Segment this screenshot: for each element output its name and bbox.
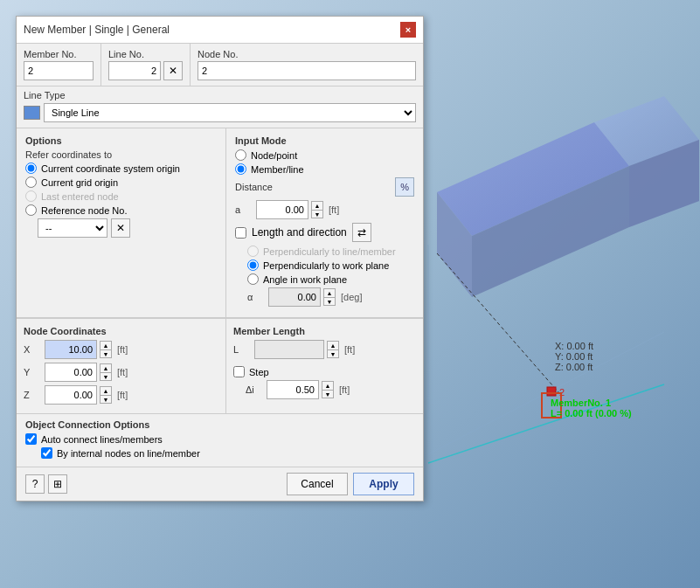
obj-connect-section: Object Connection Options Auto connect l… [17, 414, 423, 467]
alpha-down[interactable]: ▼ [323, 297, 336, 306]
y-up[interactable]: ▲ [100, 363, 112, 372]
dist-a-field-label: a [235, 204, 253, 215]
radio-grid-origin-row: Current grid origin [25, 176, 217, 188]
ref-node-picker-btn[interactable]: ✕ [111, 218, 130, 238]
obj-connect-label: Object Connection Options [25, 419, 414, 430]
node-no-input[interactable] [198, 61, 416, 80]
auto-connect-checkbox[interactable] [25, 433, 37, 445]
dist-a-row: a ▲ ▼ [ft] [235, 200, 414, 219]
l-up[interactable]: ▲ [327, 341, 339, 349]
dialog-footer: ? ⊞ Cancel Apply [17, 467, 423, 501]
radio-node-row: Node/point [235, 149, 414, 161]
radio-ref-node-row: Reference node No. [25, 204, 217, 216]
distance-label: Distance [235, 182, 273, 192]
alpha-row: α ▲ ▼ [deg] [247, 287, 414, 307]
radio-member-line[interactable] [235, 163, 246, 175]
x-spinner: ▲ ▼ [100, 341, 112, 358]
radio-perp-line-label: Perpendicularly to line/member [263, 246, 396, 257]
settings-button[interactable]: ⊞ [48, 474, 67, 494]
line-type-row: Line Type Single Line [17, 86, 423, 128]
node-no-label: Node No. [198, 49, 416, 59]
z-up[interactable]: ▲ [100, 386, 112, 395]
len-dir-section: Length and direction ⇄ Perpendicularly t… [235, 223, 414, 307]
l-input[interactable] [254, 340, 324, 359]
step-section: Step Δi ▲ ▼ [ft] [233, 366, 416, 399]
dist-a-down[interactable]: ▼ [311, 210, 323, 218]
line-type-select[interactable]: Single Line [44, 103, 416, 122]
delta-l-spinner: ▲ ▼ [322, 381, 334, 398]
radio-grid-origin[interactable] [25, 176, 37, 188]
x-input[interactable] [45, 340, 97, 359]
footer-right: Cancel Apply [287, 473, 414, 495]
radio-angle[interactable] [247, 273, 259, 285]
z-label: Z [24, 390, 41, 400]
top-fields-row: Member No. Line No. ✕ Node No. [17, 44, 423, 86]
delta-l-input[interactable] [267, 380, 319, 399]
delta-l-up[interactable]: ▲ [322, 381, 334, 390]
member-label: MemberNo. 1 L= 0.00 ft (0.00 %) [551, 398, 632, 419]
x-up[interactable]: ▲ [100, 341, 112, 349]
step-checkbox[interactable] [233, 366, 245, 377]
radio-perp-line[interactable] [247, 246, 259, 257]
l-spinner: ▲ ▼ [327, 341, 339, 358]
len-dir-header: Length and direction ⇄ [235, 223, 414, 242]
line-no-picker-btn[interactable]: ✕ [163, 61, 183, 80]
close-button[interactable]: × [400, 22, 416, 38]
node-coord-label: Node Coordinates [24, 326, 218, 336]
left-col: Options Refer coordinates to Current coo… [17, 128, 226, 317]
swap-button[interactable]: ⇄ [352, 223, 371, 242]
radio-last-node-label: Last entered node [41, 191, 119, 202]
internal-nodes-checkbox[interactable] [41, 447, 52, 459]
y-spinner: ▲ ▼ [100, 363, 112, 381]
radio-node-point[interactable] [235, 149, 246, 161]
alpha-up[interactable]: ▲ [323, 288, 336, 297]
pct-button[interactable]: % [395, 177, 414, 197]
ref-node-select[interactable]: -- [38, 218, 107, 238]
radio-perp-plane[interactable] [247, 259, 259, 271]
delta-l-label: Δi [246, 384, 263, 395]
y-input[interactable] [45, 363, 97, 382]
x-down[interactable]: ▼ [100, 349, 112, 358]
radio-perp-line-row: Perpendicularly to line/member [247, 246, 414, 257]
member-no-input[interactable] [24, 61, 94, 80]
radio-last-node[interactable] [25, 190, 37, 202]
dist-a-up[interactable]: ▲ [311, 201, 323, 210]
delta-l-down[interactable]: ▼ [322, 390, 334, 398]
radio-ref-node-label: Reference node No. [41, 205, 127, 216]
z-row: Z ▲ ▼ [ft] [24, 385, 218, 405]
dialog-titlebar: New Member | Single | General × [17, 17, 423, 44]
y-row: Y ▲ ▼ [ft] [24, 363, 218, 382]
coord-xyz: X: 0.00 ft Y: 0.00 ft Z: 0.00 ft [555, 341, 593, 372]
help-button[interactable]: ? [25, 474, 45, 494]
y-label: Y [24, 367, 41, 377]
radio-grid-origin-label: Current grid origin [41, 177, 118, 188]
cancel-button[interactable]: Cancel [287, 473, 348, 495]
l-row: L ▲ ▼ [ft] [233, 340, 416, 359]
alpha-spinner: ▲ ▼ [323, 288, 336, 306]
y-down[interactable]: ▼ [100, 372, 112, 381]
internal-nodes-row: By internal nodes on line/member [41, 447, 414, 459]
radio-coord-origin[interactable] [25, 163, 37, 174]
dialog: New Member | Single | General × Member N… [16, 16, 424, 502]
l-unit: [ft] [344, 344, 355, 355]
apply-button[interactable]: Apply [353, 473, 414, 495]
line-no-input[interactable] [108, 61, 161, 80]
member-no-label: MemberNo. 1 [551, 398, 632, 408]
step-check-row: Step [233, 366, 416, 377]
x-label: X [24, 344, 41, 355]
ref-node-row: -- ✕ [38, 218, 217, 238]
radio-perp-plane-label: Perpendicularly to work plane [263, 260, 389, 271]
z-down[interactable]: ▼ [100, 395, 112, 404]
dialog-title: New Member | Single | General [24, 24, 170, 36]
len-dir-checkbox[interactable] [235, 227, 246, 239]
z-input[interactable] [45, 385, 97, 405]
radio-ref-node[interactable] [25, 204, 37, 216]
auto-connect-row: Auto connect lines/members [25, 433, 414, 445]
dist-a-input[interactable] [256, 200, 308, 219]
line-color-box [24, 106, 40, 120]
auto-connect-label: Auto connect lines/members [41, 434, 163, 445]
line-type-label: Line Type [24, 90, 416, 100]
l-down[interactable]: ▼ [327, 349, 339, 358]
alpha-input[interactable] [268, 287, 321, 307]
radio-member-row: Member/line [235, 163, 414, 175]
